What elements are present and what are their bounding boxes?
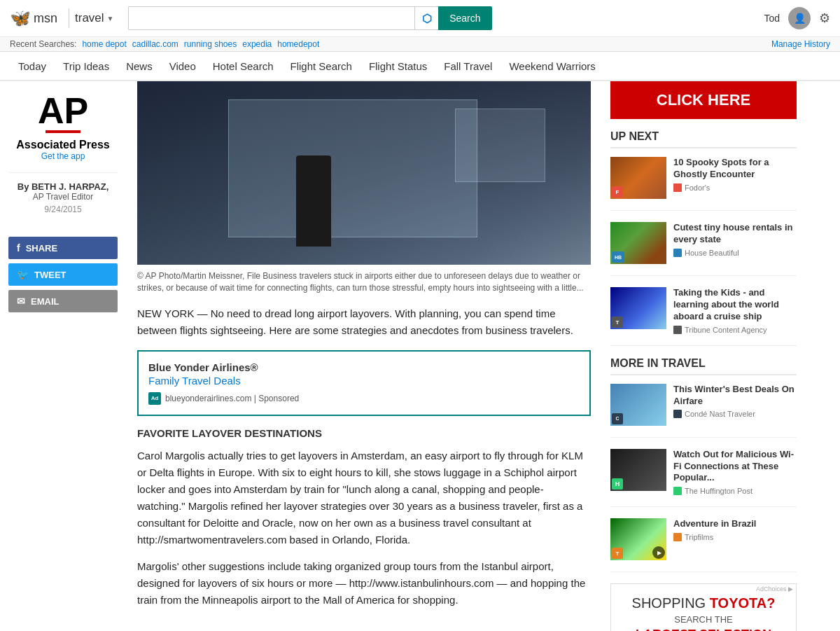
- share-label: SHARE: [26, 243, 58, 254]
- author-by: By BETH J. HARPAZ,: [8, 181, 118, 192]
- play-button-icon: ▶: [652, 546, 665, 559]
- facebook-icon: f: [17, 242, 20, 254]
- recent-search-4[interactable]: expedia: [242, 39, 272, 49]
- main-layout: AP Associated Press Get the app By BETH …: [0, 81, 840, 631]
- news-thumb-3: T: [610, 287, 666, 329]
- more-thumb-1: C: [610, 384, 666, 426]
- nav-item-flight-search[interactable]: Flight Search: [282, 52, 360, 81]
- right-sidebar: CLICK HERE UP NEXT F 10 Spooky Spots for…: [602, 81, 805, 631]
- ad-url: blueyonderairlines.com | Sponsored: [165, 394, 299, 403]
- header: 🦋 msn travel ▼ ⬡ search Tod 👤 ⚙ Recent S…: [0, 0, 840, 52]
- more-title-1[interactable]: This Winter's Best Deals On Airfare: [673, 384, 797, 408]
- hb-badge: HB: [612, 251, 624, 263]
- more-item-2: H Watch Out for Malicious Wi-Fi Connecti…: [610, 449, 797, 508]
- msn-bird-icon: 🦋: [10, 8, 31, 28]
- toyota-ad[interactable]: AdChoices ▶ SHOPPING TOYOTA? SEARCH THE …: [610, 583, 797, 631]
- tweet-label: TWEET: [34, 270, 66, 280]
- news-item-2: HB Cutest tiny house rentals in every st…: [610, 222, 797, 276]
- header-divider: [69, 8, 69, 28]
- search-form: ⬡ search: [128, 6, 492, 30]
- search-button[interactable]: search: [438, 6, 491, 30]
- article-body-1: Carol Margolis actually tries to get lay…: [137, 448, 591, 548]
- search-input[interactable]: [128, 6, 415, 30]
- source-logo-5: [673, 487, 682, 495]
- source-logo-1: [673, 183, 682, 192]
- nav-item-fall-travel[interactable]: Fall Travel: [435, 52, 500, 81]
- news-item-1: F 10 Spooky Spots for a Ghostly Encounte…: [610, 157, 797, 211]
- twitter-icon: 🐦: [17, 269, 29, 280]
- share-facebook-button[interactable]: f SHARE: [8, 237, 118, 259]
- manage-history-link[interactable]: Manage History: [771, 39, 830, 49]
- article-content: © AP Photo/Martin Meissner, File Busines…: [126, 81, 602, 631]
- news-source-3: Tribune Content Agency: [673, 326, 797, 334]
- trip-badge: T: [612, 548, 623, 559]
- news-title-2[interactable]: Cutest tiny house rentals in every state: [673, 222, 797, 246]
- click-here-text: CLICK HERE: [657, 91, 750, 109]
- source-logo-2: [673, 249, 682, 257]
- recent-label: Recent Searches:: [10, 39, 76, 49]
- source-name-4: Condé Nast Traveler: [685, 410, 755, 418]
- recent-searches-bar: Recent Searches: home depot cadillac.com…: [0, 36, 840, 51]
- click-here-banner[interactable]: CLICK HERE: [610, 81, 797, 119]
- more-source-1: Condé Nast Traveler: [673, 410, 797, 418]
- email-button[interactable]: ✉ EMAIL: [8, 290, 118, 312]
- recent-search-1[interactable]: home depot: [82, 39, 126, 49]
- nav-item-news[interactable]: News: [118, 52, 161, 81]
- tweet-button[interactable]: 🐦 TWEET: [8, 263, 118, 286]
- news-title-1[interactable]: 10 Spooky Spots for a Ghostly Encounter: [673, 157, 797, 181]
- nav-item-weekend-warriors[interactable]: Weekend Warriors: [500, 52, 603, 81]
- brand-label: travel: [75, 11, 104, 25]
- ad-title: Blue Yonder Airlines®: [148, 361, 580, 373]
- author-section: By BETH J. HARPAZ, AP Travel Editor 9/24…: [8, 172, 118, 223]
- more-item-3: ▶ T Adventure in Brazil Tripfilms: [610, 518, 797, 572]
- cond-badge: C: [612, 413, 623, 424]
- news-item-3: T Taking the Kids - and learning about t…: [610, 287, 797, 346]
- source-logo-4: [673, 410, 682, 418]
- share-buttons: f SHARE 🐦 TWEET ✉ EMAIL: [8, 237, 118, 312]
- more-content-2: Watch Out for Malicious Wi-Fi Connection…: [673, 449, 797, 496]
- more-title-3[interactable]: Adventure in Brazil: [673, 518, 797, 530]
- source-name-3: Tribune Content Agency: [685, 326, 767, 334]
- more-item-1: C This Winter's Best Deals On Airfare Co…: [610, 384, 797, 438]
- nav-item-today[interactable]: Today: [10, 52, 55, 81]
- recent-search-5[interactable]: homedepot: [277, 39, 319, 49]
- bing-icon: ⬡: [414, 6, 438, 30]
- ap-logo: AP: [8, 92, 118, 133]
- gear-icon[interactable]: ⚙: [819, 11, 830, 26]
- article-image: [137, 81, 591, 265]
- nav-item-video[interactable]: Video: [161, 52, 204, 81]
- nav-item-flight-status[interactable]: Flight Status: [360, 52, 435, 81]
- more-content-1: This Winter's Best Deals On Airfare Cond…: [673, 384, 797, 426]
- news-content-1: 10 Spooky Spots for a Ghostly Encounter …: [673, 157, 797, 199]
- adchoices-label: AdChoices ▶: [756, 585, 793, 592]
- article-body-2: Margolis' other suggestions include taki…: [137, 558, 591, 609]
- toyota-brand-text: TOYOTA?: [710, 595, 776, 611]
- msn-logo[interactable]: 🦋 msn: [10, 8, 57, 28]
- news-thumb-1: F: [610, 157, 666, 199]
- toyota-highlight: LARGEST SELECTION: [622, 627, 785, 631]
- more-title-2[interactable]: Watch Out for Malicious Wi-Fi Connection…: [673, 449, 797, 485]
- main-nav: Today Trip Ideas News Video Hotel Search…: [0, 52, 840, 81]
- article-intro: NEW YORK — No need to dread long airport…: [137, 305, 591, 339]
- ad-footer: Ad blueyonderairlines.com | Sponsored: [148, 392, 580, 405]
- more-in-travel-label: MORE IN TRAVEL: [610, 357, 797, 375]
- email-icon: ✉: [17, 296, 25, 307]
- ap-subtext[interactable]: Get the app: [8, 151, 118, 161]
- article-section-title: FAVORITE LAYOVER DESTINATIONS: [137, 427, 591, 439]
- news-content-3: Taking the Kids - and learning about the…: [673, 287, 797, 334]
- author-date: 9/24/2015: [8, 204, 118, 214]
- nav-item-trip-ideas[interactable]: Trip Ideas: [55, 52, 118, 81]
- recent-search-2[interactable]: cadillac.com: [132, 39, 178, 49]
- avatar[interactable]: 👤: [788, 7, 811, 29]
- brand-name[interactable]: travel ▼: [75, 11, 113, 25]
- toyota-shopping-text: SHOPPING: [632, 595, 706, 611]
- source-name-6: Tripfilms: [685, 533, 713, 541]
- left-sidebar: AP Associated Press Get the app By BETH …: [0, 81, 126, 631]
- image-caption: © AP Photo/Martin Meissner, File Busines…: [137, 270, 591, 294]
- recent-search-3[interactable]: running shoes: [184, 39, 237, 49]
- user-name: Tod: [764, 13, 780, 24]
- brand-chevron-icon: ▼: [107, 15, 114, 22]
- nav-item-hotel-search[interactable]: Hotel Search: [204, 52, 282, 81]
- ad-block[interactable]: Blue Yonder Airlines® Family Travel Deal…: [137, 350, 591, 416]
- news-title-3[interactable]: Taking the Kids - and learning about the…: [673, 287, 797, 323]
